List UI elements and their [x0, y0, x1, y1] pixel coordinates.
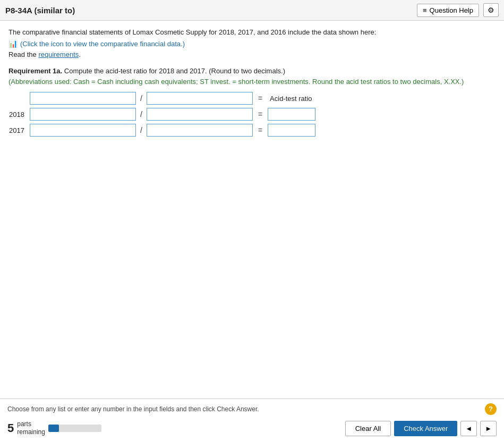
year-2018-label: 2018 [8, 111, 28, 118]
row-2018-numerator-input[interactable] [30, 108, 136, 121]
footer-buttons: Clear All Check Answer ◄ ► [345, 421, 497, 436]
prev-button[interactable]: ◄ [460, 421, 477, 436]
intro-text: The comparative financial statements of … [8, 28, 496, 36]
row-2017-numerator-input[interactable] [30, 124, 136, 137]
calc-header-row: / = Acid-test ratio [8, 92, 496, 105]
gear-icon: ⚙ [488, 6, 494, 14]
row-2017-result-input[interactable] [268, 124, 315, 137]
year-2017-label: 2017 [8, 126, 28, 134]
row-2018-denominator-input[interactable] [147, 108, 253, 121]
next-button[interactable]: ► [480, 421, 497, 436]
view-data-link[interactable]: (Click the icon to view the comparative … [20, 40, 185, 48]
requirements-suffix: . [79, 50, 81, 58]
calc-table: / = Acid-test ratio 2018 / = 2017 / = [8, 92, 496, 137]
question-help-label: Question Help [430, 6, 473, 14]
calc-row-2018: 2018 / = [8, 108, 496, 121]
table-icon: 📊 [8, 39, 18, 48]
footer-instruction-text: Choose from any list or enter any number… [7, 405, 259, 413]
calc-row-2017: 2017 / = [8, 124, 496, 137]
parts-label-line1: parts [17, 420, 45, 429]
equals-2017: = [255, 126, 266, 134]
requirement-1a-label: Requirement 1a. Compute the acid-test ra… [8, 66, 496, 87]
req-1a-bold: Requirement 1a. [8, 67, 62, 75]
list-icon: ≡ [423, 6, 427, 14]
main-content: The comparative financial statements of … [0, 21, 504, 398]
header-numerator-input[interactable] [30, 92, 136, 105]
settings-button[interactable]: ⚙ [483, 3, 499, 17]
req-1a-green: (Abbreviations used: Cash = Cash includi… [8, 78, 464, 86]
parts-number: 5 [7, 422, 14, 434]
row-2017-denominator-input[interactable] [147, 124, 253, 137]
footer-instruction-row: Choose from any list or enter any number… [7, 403, 497, 415]
slash-2017: / [138, 126, 144, 134]
slash-2018: / [138, 110, 144, 118]
header-actions: ≡ Question Help ⚙ [417, 3, 499, 17]
equals-2018: = [255, 110, 266, 118]
acid-test-ratio-label: Acid-test ratio [268, 95, 312, 103]
header-equals: = [255, 94, 266, 103]
parts-label-line2: remaining [17, 428, 45, 437]
footer: Choose from any list or enter any number… [0, 398, 504, 441]
req-1a-text: Compute the acid-test ratio for 2018 and… [62, 67, 285, 75]
question-help-button[interactable]: ≡ Question Help [417, 4, 479, 17]
row-2018-result-input[interactable] [268, 108, 315, 121]
header-denominator-input[interactable] [147, 92, 253, 105]
check-answer-button[interactable]: Check Answer [394, 421, 457, 436]
clear-all-button[interactable]: Clear All [345, 421, 391, 436]
help-button[interactable]: ? [485, 403, 497, 415]
page-title: P8-34A (similar to) [5, 6, 75, 15]
parts-remaining: 5 parts remaining [7, 420, 101, 437]
requirements-row: Read the requirements. [8, 50, 496, 58]
footer-bottom: 5 parts remaining Clear All Check Answer… [7, 420, 497, 437]
progress-bar-fill [48, 425, 59, 432]
data-link-row: 📊 (Click the icon to view the comparativ… [8, 39, 496, 48]
requirements-prefix: Read the [8, 50, 38, 58]
app-header: P8-34A (similar to) ≡ Question Help ⚙ [0, 0, 504, 21]
parts-text-block: parts remaining [17, 420, 45, 437]
requirements-link[interactable]: requirements [38, 50, 79, 58]
progress-bar [48, 425, 101, 432]
header-slash: / [138, 94, 144, 103]
